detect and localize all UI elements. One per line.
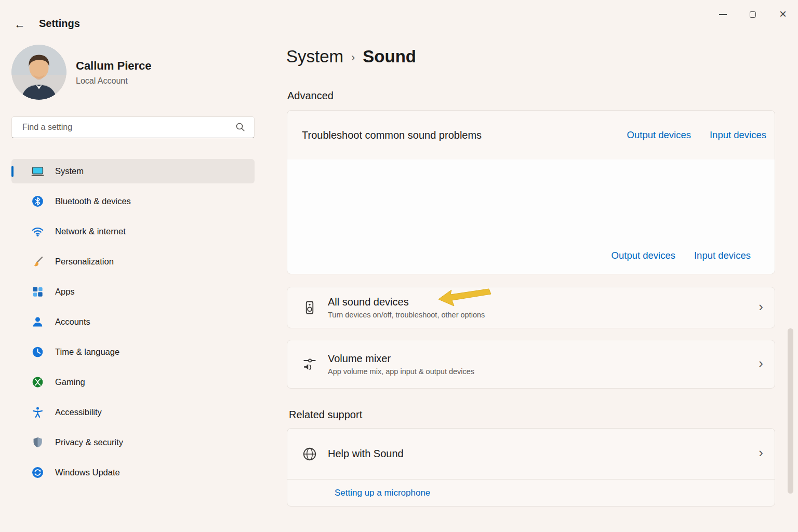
breadcrumb-separator-icon: › <box>351 49 355 64</box>
globe-icon <box>302 446 317 462</box>
sidebar-item-apps[interactable]: Apps <box>11 280 255 304</box>
chevron-right-icon: › <box>759 445 763 463</box>
maximize-button[interactable] <box>738 0 768 29</box>
troubleshoot-links-top: Output devices Input devices <box>627 129 766 141</box>
sidebar-nav: System Bluetooth & devices Network & int… <box>11 159 255 485</box>
system-icon <box>31 165 44 178</box>
troubleshoot-links-bottom: Output devices Input devices <box>611 250 751 261</box>
app-title: Settings <box>39 18 80 30</box>
close-button[interactable]: × <box>768 0 798 29</box>
avatar-image <box>11 45 66 100</box>
network-icon <box>31 225 44 238</box>
sidebar-item-label: Personalization <box>55 257 114 267</box>
all-sound-devices-row[interactable]: All sound devices Turn devices on/off, t… <box>287 287 775 328</box>
sidebar-item-label: Accounts <box>55 317 90 327</box>
sidebar-item-label: System <box>55 166 84 176</box>
input-devices-link-top[interactable]: Input devices <box>710 129 766 141</box>
time-language-icon <box>31 345 44 358</box>
troubleshoot-header-row: Troubleshoot common sound problems Outpu… <box>287 111 775 159</box>
personalization-icon <box>31 255 44 268</box>
volume-mixer-subtitle: App volume mix, app input & output devic… <box>328 367 759 376</box>
volume-mixer-icon <box>302 356 317 372</box>
maximize-icon <box>750 11 756 18</box>
profile-account-type: Local Account <box>76 76 152 86</box>
sidebar-item-label: Apps <box>55 287 75 297</box>
back-button[interactable]: ← <box>11 17 28 32</box>
sidebar-item-accessibility[interactable]: Accessibility <box>11 400 255 424</box>
sidebar-item-time-language[interactable]: Time & language <box>11 340 255 364</box>
all-sound-devices-text: All sound devices Turn devices on/off, t… <box>328 296 759 319</box>
close-icon: × <box>779 8 787 20</box>
accessibility-icon <box>31 406 44 419</box>
all-sound-devices-title: All sound devices <box>328 296 759 308</box>
sidebar-item-accounts[interactable]: Accounts <box>11 310 255 334</box>
related-support-header: Related support <box>289 409 362 421</box>
minimize-icon <box>719 14 727 15</box>
gaming-icon <box>31 376 44 389</box>
profile-text: Callum Pierce Local Account <box>76 59 152 86</box>
sidebar-item-label: Time & language <box>55 347 119 357</box>
sidebar-item-label: Privacy & security <box>55 437 123 447</box>
volume-mixer-text: Volume mixer App volume mix, app input &… <box>328 353 759 376</box>
sidebar-item-system[interactable]: System <box>11 159 255 183</box>
back-arrow-icon: ← <box>15 18 25 31</box>
help-with-sound-title: Help with Sound <box>328 448 759 460</box>
page-title: Sound <box>363 47 416 66</box>
windows-update-icon <box>31 466 44 479</box>
sidebar-item-windows-update[interactable]: Windows Update <box>11 460 255 485</box>
sidebar-item-network-internet[interactable]: Network & internet <box>11 219 255 244</box>
volume-mixer-row[interactable]: Volume mixer App volume mix, app input &… <box>287 340 775 389</box>
window-controls: × <box>708 0 798 29</box>
help-footer-row: Setting up a microphone <box>287 480 775 506</box>
scrollbar-thumb[interactable] <box>788 328 793 494</box>
search-input[interactable] <box>12 123 235 132</box>
sidebar-item-label: Bluetooth & devices <box>55 196 131 206</box>
output-devices-link-bottom[interactable]: Output devices <box>611 250 675 261</box>
search-box[interactable] <box>11 116 255 138</box>
bluetooth-icon <box>31 195 44 208</box>
user-profile: Callum Pierce Local Account <box>11 45 152 100</box>
sidebar-item-label: Network & internet <box>55 227 126 236</box>
sidebar-item-privacy-security[interactable]: Privacy & security <box>11 430 255 455</box>
sidebar-item-label: Gaming <box>55 377 85 387</box>
sidebar-item-bluetooth-devices[interactable]: Bluetooth & devices <box>11 189 255 214</box>
breadcrumb-system[interactable]: System <box>286 47 343 66</box>
all-sound-devices-subtitle: Turn devices on/off, troubleshoot, other… <box>328 311 759 319</box>
sidebar-item-label: Windows Update <box>55 468 120 477</box>
minimize-button[interactable] <box>708 0 738 29</box>
avatar <box>11 45 66 100</box>
chevron-right-icon: › <box>759 299 763 317</box>
chevron-right-icon: › <box>759 355 763 374</box>
output-devices-link-top[interactable]: Output devices <box>627 129 691 141</box>
help-with-sound-row[interactable]: Help with Sound › <box>287 429 775 480</box>
apps-icon <box>31 285 44 298</box>
troubleshoot-body-panel: Output devices Input devices <box>287 159 775 274</box>
profile-name: Callum Pierce <box>76 59 152 73</box>
input-devices-link-bottom[interactable]: Input devices <box>694 250 751 261</box>
setting-up-microphone-link[interactable]: Setting up a microphone <box>335 488 430 498</box>
volume-mixer-title: Volume mixer <box>328 353 759 365</box>
troubleshoot-card: Troubleshoot common sound problems Outpu… <box>287 110 775 274</box>
sidebar-item-gaming[interactable]: Gaming <box>11 370 255 394</box>
breadcrumb: System › Sound <box>286 47 416 66</box>
help-with-sound-text: Help with Sound <box>328 448 759 460</box>
search-icon[interactable] <box>235 122 246 133</box>
troubleshoot-title: Troubleshoot common sound problems <box>302 129 627 141</box>
speaker-icon <box>302 300 317 315</box>
advanced-section-header: Advanced <box>287 90 334 102</box>
sidebar-item-label: Accessibility <box>55 407 102 417</box>
help-card: Help with Sound › Setting up a microphon… <box>287 428 775 507</box>
selected-accent-pill <box>11 166 14 177</box>
privacy-security-icon <box>31 436 44 449</box>
accounts-icon <box>31 315 44 328</box>
sidebar-item-personalization[interactable]: Personalization <box>11 249 255 274</box>
